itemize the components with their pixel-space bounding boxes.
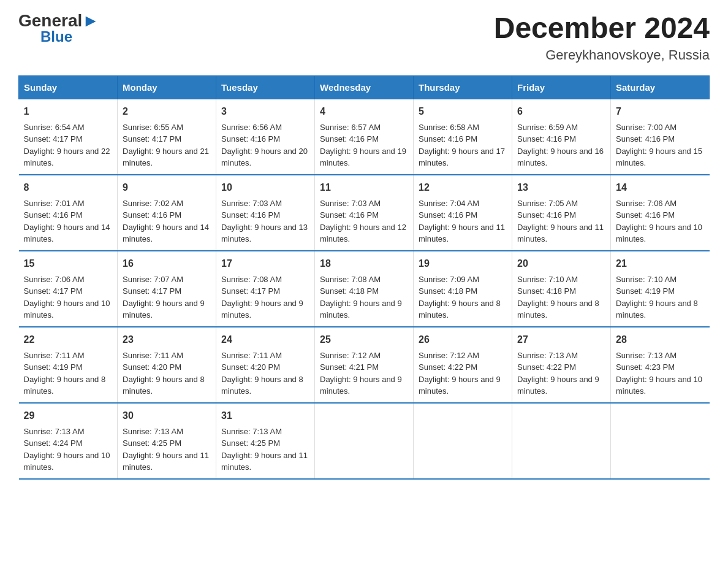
calendar-cell: 30Sunrise: 7:13 AMSunset: 4:25 PMDayligh… — [118, 403, 216, 479]
header-tuesday: Tuesday — [216, 75, 315, 99]
calendar-cell: 7Sunrise: 7:00 AMSunset: 4:16 PMDaylight… — [611, 99, 710, 175]
calendar-table: SundayMondayTuesdayWednesdayThursdayFrid… — [18, 75, 710, 480]
day-number: 10 — [221, 180, 309, 195]
calendar-cell: 13Sunrise: 7:05 AMSunset: 4:16 PMDayligh… — [512, 175, 611, 251]
day-number: 27 — [517, 332, 605, 347]
day-info: Sunrise: 7:06 AMSunset: 4:17 PMDaylight:… — [24, 275, 110, 320]
calendar-cell — [512, 403, 611, 479]
calendar-cell: 2Sunrise: 6:55 AMSunset: 4:17 PMDaylight… — [118, 99, 216, 175]
day-info: Sunrise: 7:12 AMSunset: 4:21 PMDaylight:… — [320, 351, 402, 396]
day-info: Sunrise: 7:13 AMSunset: 4:25 PMDaylight:… — [221, 427, 308, 472]
day-info: Sunrise: 6:57 AMSunset: 4:16 PMDaylight:… — [320, 123, 406, 168]
logo-general-text: General► — [18, 12, 99, 29]
calendar-cell: 5Sunrise: 6:58 AMSunset: 4:16 PMDaylight… — [414, 99, 512, 175]
calendar-cell: 12Sunrise: 7:04 AMSunset: 4:16 PMDayligh… — [414, 175, 512, 251]
calendar-cell: 1Sunrise: 6:54 AMSunset: 4:17 PMDaylight… — [19, 99, 118, 175]
logo-triangle-icon: ► — [82, 11, 99, 30]
logo-blue-text: Blue — [40, 29, 72, 44]
day-info: Sunrise: 6:58 AMSunset: 4:16 PMDaylight:… — [419, 123, 505, 168]
day-number: 13 — [517, 180, 605, 195]
calendar-header-row: SundayMondayTuesdayWednesdayThursdayFrid… — [19, 75, 710, 99]
day-info: Sunrise: 7:10 AMSunset: 4:18 PMDaylight:… — [517, 275, 599, 320]
header-monday: Monday — [118, 75, 216, 99]
calendar-cell: 25Sunrise: 7:12 AMSunset: 4:21 PMDayligh… — [315, 327, 414, 403]
calendar-cell: 10Sunrise: 7:03 AMSunset: 4:16 PMDayligh… — [216, 175, 315, 251]
day-number: 7 — [616, 104, 705, 119]
calendar-week-4: 22Sunrise: 7:11 AMSunset: 4:19 PMDayligh… — [19, 327, 710, 403]
day-number: 5 — [419, 104, 507, 119]
day-number: 4 — [320, 104, 408, 119]
day-info: Sunrise: 7:08 AMSunset: 4:18 PMDaylight:… — [320, 275, 402, 320]
calendar-cell: 21Sunrise: 7:10 AMSunset: 4:19 PMDayligh… — [611, 251, 710, 327]
day-number: 26 — [419, 332, 507, 347]
day-number: 28 — [616, 332, 705, 347]
day-number: 12 — [419, 180, 507, 195]
day-number: 15 — [24, 256, 113, 271]
calendar-cell — [315, 403, 414, 479]
header-saturday: Saturday — [611, 75, 710, 99]
calendar-cell: 18Sunrise: 7:08 AMSunset: 4:18 PMDayligh… — [315, 251, 414, 327]
day-number: 17 — [221, 256, 309, 271]
calendar-cell: 14Sunrise: 7:06 AMSunset: 4:16 PMDayligh… — [611, 175, 710, 251]
calendar-cell: 16Sunrise: 7:07 AMSunset: 4:17 PMDayligh… — [118, 251, 216, 327]
day-number: 29 — [24, 408, 113, 423]
day-number: 30 — [123, 408, 211, 423]
calendar-cell — [414, 403, 512, 479]
calendar-week-2: 8Sunrise: 7:01 AMSunset: 4:16 PMDaylight… — [19, 175, 710, 251]
day-info: Sunrise: 7:13 AMSunset: 4:25 PMDaylight:… — [123, 427, 209, 472]
day-info: Sunrise: 7:11 AMSunset: 4:20 PMDaylight:… — [221, 351, 303, 396]
calendar-cell: 6Sunrise: 6:59 AMSunset: 4:16 PMDaylight… — [512, 99, 611, 175]
day-number: 16 — [123, 256, 211, 271]
day-info: Sunrise: 6:54 AMSunset: 4:17 PMDaylight:… — [24, 123, 110, 168]
calendar-cell: 31Sunrise: 7:13 AMSunset: 4:25 PMDayligh… — [216, 403, 315, 479]
calendar-cell: 9Sunrise: 7:02 AMSunset: 4:16 PMDaylight… — [118, 175, 216, 251]
day-number: 6 — [517, 104, 605, 119]
calendar-week-3: 15Sunrise: 7:06 AMSunset: 4:17 PMDayligh… — [19, 251, 710, 327]
calendar-cell: 26Sunrise: 7:12 AMSunset: 4:22 PMDayligh… — [414, 327, 512, 403]
day-number: 14 — [616, 180, 705, 195]
day-number: 8 — [24, 180, 113, 195]
day-info: Sunrise: 6:56 AMSunset: 4:16 PMDaylight:… — [221, 123, 308, 168]
day-info: Sunrise: 7:08 AMSunset: 4:17 PMDaylight:… — [221, 275, 303, 320]
calendar-cell: 20Sunrise: 7:10 AMSunset: 4:18 PMDayligh… — [512, 251, 611, 327]
calendar-cell — [611, 403, 710, 479]
day-info: Sunrise: 7:13 AMSunset: 4:24 PMDaylight:… — [24, 427, 110, 472]
day-info: Sunrise: 7:11 AMSunset: 4:19 PMDaylight:… — [24, 351, 106, 396]
day-number: 1 — [24, 104, 113, 119]
day-info: Sunrise: 7:09 AMSunset: 4:18 PMDaylight:… — [419, 275, 501, 320]
day-number: 20 — [517, 256, 605, 271]
day-info: Sunrise: 7:05 AMSunset: 4:16 PMDaylight:… — [517, 199, 604, 244]
calendar-cell: 8Sunrise: 7:01 AMSunset: 4:16 PMDaylight… — [19, 175, 118, 251]
day-info: Sunrise: 7:13 AMSunset: 4:22 PMDaylight:… — [517, 351, 599, 396]
calendar-cell: 15Sunrise: 7:06 AMSunset: 4:17 PMDayligh… — [19, 251, 118, 327]
day-number: 31 — [221, 408, 309, 423]
day-number: 25 — [320, 332, 408, 347]
calendar-cell: 11Sunrise: 7:03 AMSunset: 4:16 PMDayligh… — [315, 175, 414, 251]
calendar-cell: 4Sunrise: 6:57 AMSunset: 4:16 PMDaylight… — [315, 99, 414, 175]
day-number: 9 — [123, 180, 211, 195]
header-wednesday: Wednesday — [315, 75, 414, 99]
day-number: 11 — [320, 180, 408, 195]
calendar-cell: 24Sunrise: 7:11 AMSunset: 4:20 PMDayligh… — [216, 327, 315, 403]
calendar-cell: 29Sunrise: 7:13 AMSunset: 4:24 PMDayligh… — [19, 403, 118, 479]
day-info: Sunrise: 7:07 AMSunset: 4:17 PMDaylight:… — [123, 275, 205, 320]
calendar-cell: 27Sunrise: 7:13 AMSunset: 4:22 PMDayligh… — [512, 327, 611, 403]
day-info: Sunrise: 7:11 AMSunset: 4:20 PMDaylight:… — [123, 351, 205, 396]
day-info: Sunrise: 7:03 AMSunset: 4:16 PMDaylight:… — [320, 199, 406, 244]
page-header: General► Blue December 2024 Gereykhanovs… — [18, 12, 710, 63]
day-info: Sunrise: 7:00 AMSunset: 4:16 PMDaylight:… — [616, 123, 702, 168]
calendar-subtitle: Gereykhanovskoye, Russia — [494, 47, 710, 63]
day-info: Sunrise: 7:13 AMSunset: 4:23 PMDaylight:… — [616, 351, 702, 396]
logo: General► Blue — [18, 12, 99, 44]
title-block: December 2024 Gereykhanovskoye, Russia — [494, 12, 710, 63]
day-number: 21 — [616, 256, 705, 271]
day-info: Sunrise: 7:06 AMSunset: 4:16 PMDaylight:… — [616, 199, 702, 244]
calendar-cell: 17Sunrise: 7:08 AMSunset: 4:17 PMDayligh… — [216, 251, 315, 327]
header-sunday: Sunday — [19, 75, 118, 99]
header-friday: Friday — [512, 75, 611, 99]
calendar-week-5: 29Sunrise: 7:13 AMSunset: 4:24 PMDayligh… — [19, 403, 710, 479]
day-info: Sunrise: 7:01 AMSunset: 4:16 PMDaylight:… — [24, 199, 110, 244]
day-number: 18 — [320, 256, 408, 271]
day-number: 19 — [419, 256, 507, 271]
day-number: 24 — [221, 332, 309, 347]
